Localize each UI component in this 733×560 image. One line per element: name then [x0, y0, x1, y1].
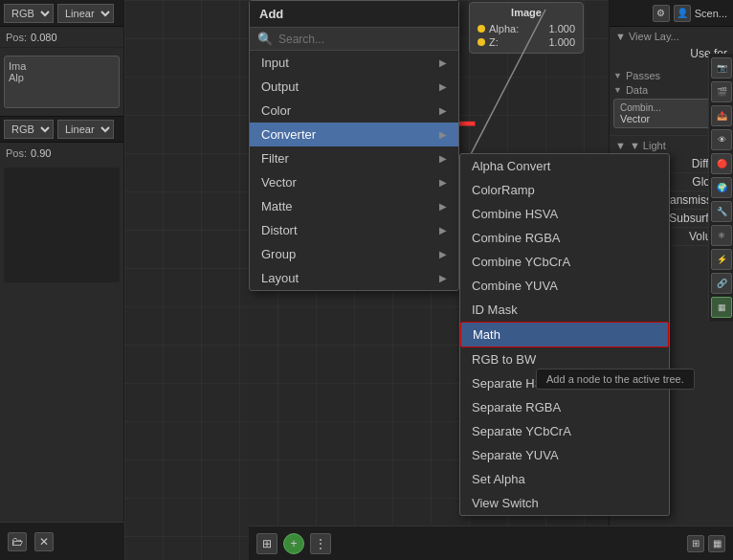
pos-value-bottom: 0.90 [31, 147, 51, 159]
tool-camera[interactable]: 📷 [711, 57, 732, 78]
light-label: ▼ Light [630, 140, 666, 151]
menu-item-output[interactable]: Output ▶ [250, 75, 458, 99]
tool-render[interactable]: 🎬 [711, 81, 732, 102]
pos-value-top: 0.080 [31, 32, 57, 43]
submenu-alpha-convert[interactable]: Alpha Convert [460, 154, 669, 178]
main-canvas: Image Alpha: 1.000 Z: 1.000 Shift+Aキー Ad… [124, 0, 612, 560]
pos-label2: Pos: [6, 147, 27, 159]
right-icon2[interactable]: 👤 [674, 5, 691, 22]
tool-view[interactable]: 👁 [711, 129, 732, 150]
menu-item-layout[interactable]: Layout ▶ [250, 266, 458, 290]
converter-submenu: Alpha Convert ColorRamp Combine HSVA Com… [459, 153, 670, 516]
folder-icon[interactable]: 🗁 [8, 532, 27, 551]
image-node-alpha-row: Alpha: 1.000 [474, 22, 579, 35]
alpha-label: Alpha: [489, 23, 519, 34]
add-menu: Add 🔍 Input ▶ Output ▶ Color ▶ Converter… [249, 0, 459, 291]
image-node-z-row: Z: 1.000 [474, 35, 579, 49]
tooltip-text: Add a node to the active tree. [546, 373, 684, 385]
scene-label: Scen... [695, 8, 727, 19]
submenu-combine-yuva[interactable]: Combine YUVA [460, 274, 669, 298]
tool-scene[interactable]: 🔴 [711, 153, 732, 174]
tool-world[interactable]: 🌍 [711, 177, 732, 198]
search-bar: 🔍 [250, 28, 458, 51]
right-icon1[interactable]: ⚙ [653, 5, 670, 22]
linear-select[interactable]: Linear [57, 4, 114, 23]
tool-physics[interactable]: ⚡ [711, 249, 732, 270]
submenu-math[interactable]: Math [460, 322, 669, 347]
submenu-view-switch[interactable]: View Switch [460, 491, 669, 515]
add-menu-title: Add [250, 1, 458, 28]
passes-label: Passes [626, 70, 660, 81]
z-label: Z: [489, 36, 499, 48]
menu-item-distort[interactable]: Distort ▶ [250, 218, 458, 242]
submenu-separate-ycbcra[interactable]: Separate YCbCrA [460, 419, 669, 443]
node-ima-label: Ima [9, 60, 115, 72]
submenu-combine-ycbcra[interactable]: Combine YCbCrA [460, 250, 669, 274]
node-alp-label: Alp [9, 72, 115, 83]
second-topbar: RGB Linear [0, 116, 123, 143]
submenu-combine-rgba[interactable]: Combine RGBA [460, 226, 669, 250]
menu-item-vector[interactable]: Vector ▶ [250, 170, 458, 194]
nav-grid-icon[interactable]: ⋮ [310, 533, 331, 554]
vector-label: Vector [620, 113, 721, 124]
nav-plus-icon[interactable]: + [283, 533, 304, 554]
left-panel: RGB Linear Pos: 0.080 Ima Alp RGB Linear… [0, 0, 124, 560]
image-node: Image Alpha: 1.000 Z: 1.000 [469, 2, 584, 54]
menu-item-filter[interactable]: Filter ▶ [250, 146, 458, 170]
combin-label: Combin... [620, 102, 721, 113]
bottom-icons-left: 🗁 ✕ [0, 522, 124, 560]
menu-item-color[interactable]: Color ▶ [250, 99, 458, 123]
submenu-id-mask[interactable]: ID Mask [460, 298, 669, 322]
menu-item-group[interactable]: Group ▶ [250, 242, 458, 266]
view-layer-title: ▼ View Lay... [615, 31, 727, 42]
menu-item-input[interactable]: Input ▶ [250, 51, 458, 75]
pos-bar-top: Pos: 0.080 [0, 27, 123, 48]
menu-item-converter[interactable]: Converter ▶ [250, 123, 458, 146]
submenu-separate-yuva[interactable]: Separate YUVA [460, 443, 669, 467]
pos-label: Pos: [6, 32, 27, 43]
tool-data[interactable]: ▦ [711, 297, 732, 318]
pos-bar-bottom: Pos: 0.90 [0, 143, 123, 164]
search-icon: 🔍 [257, 32, 273, 46]
bottom-right-icon1[interactable]: ⊞ [687, 535, 704, 552]
image-node-title: Image [474, 7, 579, 18]
alpha-value: 1.000 [548, 23, 575, 34]
submenu-colorramp[interactable]: ColorRamp [460, 178, 669, 202]
tool-object[interactable]: 🔧 [711, 201, 732, 222]
submenu-combine-hsva[interactable]: Combine HSVA [460, 202, 669, 226]
tool-output[interactable]: 📤 [711, 105, 732, 126]
tool-particle[interactable]: ⚛ [711, 225, 732, 246]
right-topbar: ⚙ 👤 Scen... [610, 0, 733, 27]
linear-select2[interactable]: Linear [57, 120, 114, 139]
tooltip: Add a node to the active tree. [536, 369, 695, 390]
top-bar: RGB Linear [0, 0, 123, 27]
z-value: 1.000 [548, 36, 575, 48]
rgb-select2[interactable]: RGB [4, 120, 54, 139]
tool-constraint[interactable]: 🔗 [711, 273, 732, 294]
submenu-separate-rgba[interactable]: Separate RGBA [460, 395, 669, 419]
menu-item-matte[interactable]: Matte ▶ [250, 194, 458, 218]
submenu-set-alpha[interactable]: Set Alpha [460, 467, 669, 491]
nav-view-icon[interactable]: ⊞ [256, 533, 278, 554]
bottom-right-icon2[interactable]: ▦ [708, 535, 725, 552]
rgb-select[interactable]: RGB [4, 4, 54, 23]
close-icon[interactable]: ✕ [34, 532, 54, 551]
data-label: Data [626, 84, 648, 96]
search-input[interactable] [278, 33, 422, 46]
